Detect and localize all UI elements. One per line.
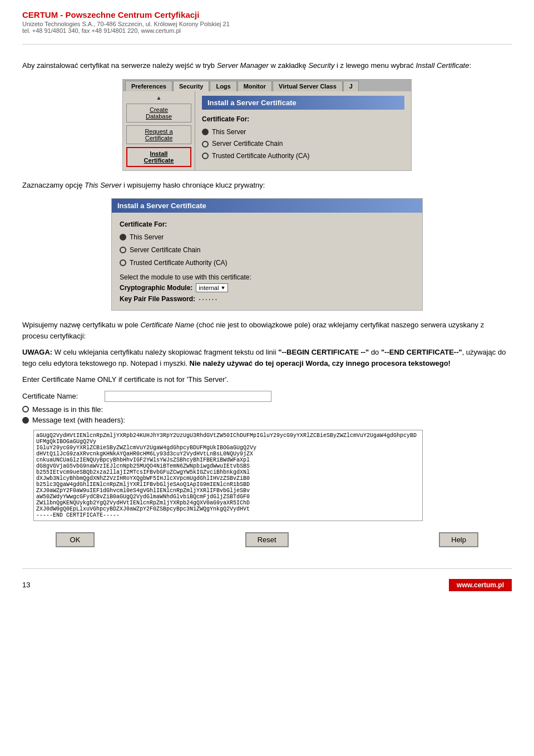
message-text-radio-icon xyxy=(22,417,29,424)
header-title: CERTUM - Powszechne Centrum Certyfikacji xyxy=(22,10,512,19)
ss2-chain-label: Server Certificate Chain xyxy=(130,244,200,257)
header-divider xyxy=(22,44,512,45)
message-text-row[interactable]: Message text (with headers): xyxy=(22,416,512,424)
ss2-radio-filled-icon xyxy=(120,234,126,240)
message-file-radio-icon xyxy=(22,406,29,413)
ss1-panel-title: Install a Server Certificate xyxy=(202,96,404,110)
cert-area: aGUgQ2VydHVtIENlcnRpZmljYXRpb24KUHJhY3Rp… xyxy=(33,430,512,521)
ss1-option-chain[interactable]: Server Certificate Chain xyxy=(202,138,404,150)
ss1-cert-for-label: Certificate For: xyxy=(202,115,404,123)
ss2-select-arrow-icon: ▼ xyxy=(220,285,225,291)
ss2-password-value[interactable]: ······ xyxy=(199,294,218,303)
screenshot2: Install a Server Certificate Certificate… xyxy=(111,198,423,311)
ss2-option-chain[interactable]: Server Certificate Chain xyxy=(120,244,414,257)
ss1-option-ca-label: Trusted Certificate Authority (CA) xyxy=(212,150,310,163)
main-content: Aby zainstalować certyfikat na serwerze … xyxy=(0,49,534,564)
page-number: 13 xyxy=(22,581,30,589)
ss2-cert-for-label: Certificate For: xyxy=(120,220,414,228)
uwaga-text: UWAGA: W celu wklejania certyfikatu nale… xyxy=(22,347,512,369)
ss2-radio-group: This Server Server Certificate Chain Tru… xyxy=(120,231,414,269)
tab-j[interactable]: J xyxy=(343,81,359,91)
header: CERTUM - Powszechne Centrum Certyfikacji… xyxy=(0,0,534,40)
sidebar-install-cert[interactable]: InstallCertificate xyxy=(126,147,191,167)
footer-url: www.certum.pl xyxy=(449,579,512,591)
message-file-row[interactable]: Message is in this file: xyxy=(22,405,512,414)
ss1-sidebar: ▲ CreateDatabase Request aCertificate In… xyxy=(123,91,195,170)
buttons-row: OK Reset Help xyxy=(22,527,512,553)
sidebar-create-database[interactable]: CreateDatabase xyxy=(126,104,191,122)
cert-name-row: Certificate Name: xyxy=(22,391,512,402)
screenshot1-inner: ▲ CreateDatabase Request aCertificate In… xyxy=(123,91,411,170)
enter-cert-note: Enter Certificate Name ONLY if certifica… xyxy=(22,374,512,385)
sidebar-request-cert[interactable]: Request aCertificate xyxy=(126,125,191,144)
screenshot1: Preferences Security Logs Monitor Virtua… xyxy=(122,79,412,171)
message-text-label: Message text (with headers): xyxy=(32,416,125,424)
ss2-body: Certificate For: This Server Server Cert… xyxy=(112,217,422,310)
scroll-up-icon: ▲ xyxy=(126,95,191,101)
message-file-label: Message is in this file: xyxy=(32,405,103,414)
ss2-ca-label: Trusted Certificate Authority (CA) xyxy=(130,257,228,269)
footer-divider xyxy=(22,568,512,569)
ss1-radio-group: This Server Server Certificate Chain Tru… xyxy=(202,126,404,163)
radio-empty-icon xyxy=(202,141,209,148)
ss2-crypto-label: Cryptographic Module: xyxy=(120,284,192,292)
cert-textarea[interactable]: aGUgQ2VydHVtIENlcnRpZmljYXRpb24KUHJhY3Rp… xyxy=(33,430,423,521)
intro-paragraph: Aby zainstalować certyfikat na serwerze … xyxy=(22,60,512,71)
tab-logs[interactable]: Logs xyxy=(210,81,236,91)
ss2-module-section-label: Select the module to use with this certi… xyxy=(120,273,414,281)
ss2-radio-empty-ca-icon xyxy=(120,259,126,266)
reset-button[interactable]: Reset xyxy=(245,532,289,547)
radio-empty-ca-icon xyxy=(202,153,209,159)
tabs-row: Preferences Security Logs Monitor Virtua… xyxy=(123,80,411,91)
ss2-crypto-row: Cryptographic Module: internal ▼ xyxy=(120,283,414,292)
ss2-option-ca[interactable]: Trusted Certificate Authority (CA) xyxy=(120,257,414,269)
tab-security[interactable]: Security xyxy=(173,81,209,91)
ss2-crypto-value: internal xyxy=(199,284,219,291)
header-subtitle: Unizeto Technologies S.A., 70-486 Szczec… xyxy=(22,21,512,27)
cert-name-label: Certificate Name: xyxy=(22,392,100,400)
ss2-option-this-server[interactable]: This Server xyxy=(120,231,414,244)
tab-preferences[interactable]: Preferences xyxy=(125,81,172,91)
body-text-1: Wpisujemy nazwę certyfikatu w pole Certi… xyxy=(22,320,512,341)
help-button[interactable]: Help xyxy=(439,532,478,547)
ss1-option-chain-label: Server Certificate Chain xyxy=(212,138,283,150)
ss1-panel: Install a Server Certificate Certificate… xyxy=(195,91,411,170)
ss2-panel-title: Install a Server Certificate xyxy=(112,199,422,213)
radio-filled-icon xyxy=(202,129,209,135)
ss2-this-server-label: This Server xyxy=(130,231,164,244)
ss1-option-this-server[interactable]: This Server xyxy=(202,126,404,139)
ss1-option-this-server-label: This Server xyxy=(212,126,246,139)
ss2-password-row: Key Pair File Password: ······ xyxy=(120,294,414,303)
footer: 13 www.certum.pl xyxy=(0,575,534,596)
form-area: Certificate Name: Message is in this fil… xyxy=(22,391,512,424)
instruction2: Zaznaczamy opcję This Server i wpisujemy… xyxy=(22,180,512,191)
tab-monitor[interactable]: Monitor xyxy=(238,81,272,91)
ss2-password-label: Key Pair File Password: xyxy=(120,295,195,303)
ss2-radio-empty-chain-icon xyxy=(120,247,126,253)
tab-virtual[interactable]: Virtual Server Class xyxy=(273,81,343,91)
cert-name-input[interactable] xyxy=(105,391,271,402)
ss2-crypto-select[interactable]: internal ▼ xyxy=(196,283,228,292)
ss1-option-ca[interactable]: Trusted Certificate Authority (CA) xyxy=(202,150,404,163)
ok-button[interactable]: OK xyxy=(56,532,95,547)
header-contact: tel. +48 91/4801 340, fax +48 91/4801 22… xyxy=(22,27,512,34)
